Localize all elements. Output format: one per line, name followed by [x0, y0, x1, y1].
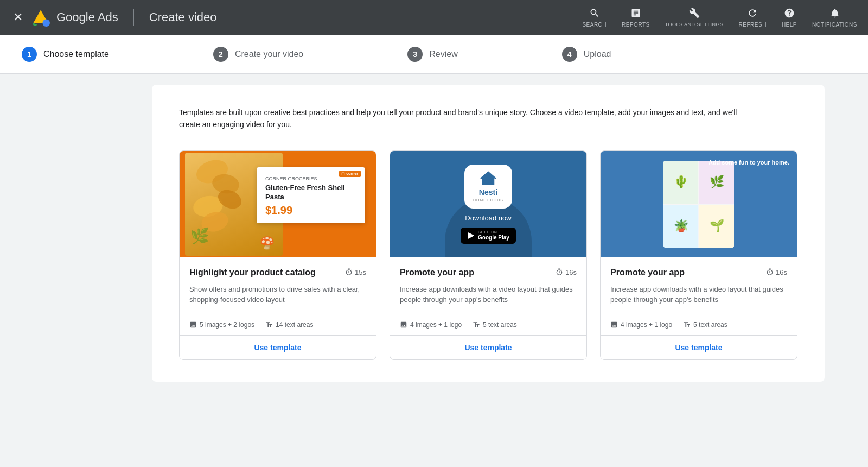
template-1-duration: 15s [345, 268, 366, 276]
images-meta-2: 4 images + 1 logo [400, 321, 462, 329]
step-connector-2 [312, 54, 399, 54]
nesti-app-name: Nesti [479, 188, 497, 196]
step-1-circle: 1 [22, 47, 37, 62]
text-icon [265, 321, 273, 329]
step-2-label: Create your video [235, 49, 303, 59]
search-icon [589, 8, 600, 20]
template-2-info: Promote your app 16s Increase app downlo… [390, 257, 586, 335]
template-thumbnail-app2: Add some fun to your home. 🌵 🌿 🪴 🌱 [601, 151, 797, 257]
template-card-catalog[interactable]: 🌿 🍄 □corner CORNER GROCERIES Gluten-Free [179, 150, 376, 360]
plant-cell-2: 🌿 [699, 161, 734, 204]
notifications-icon [829, 8, 840, 20]
play-icon [467, 232, 475, 239]
svg-point-1 [42, 19, 50, 27]
header-divider [133, 9, 134, 26]
template-thumbnail-app1: Nesti HOMEGOODS Download now GET IT ON G… [390, 151, 586, 257]
step-3-circle: 3 [407, 47, 423, 62]
house-icon [480, 171, 497, 186]
template-thumbnail-catalog: 🌿 🍄 □corner CORNER GROCERIES Gluten-Free [180, 151, 376, 257]
use-template-button-3[interactable]: Use template [601, 335, 797, 359]
use-template-button-1[interactable]: Use template [180, 335, 376, 359]
step-4-label: Upload [584, 49, 611, 59]
step-connector-3 [467, 54, 553, 54]
images-meta: 5 images + 2 logos [189, 321, 254, 329]
nesti-sub: HOMEGOODS [473, 198, 503, 202]
text-areas-meta-3: 5 text areas [683, 321, 727, 329]
search-nav-label: SEARCH [582, 22, 607, 28]
nav-help[interactable]: HELP [782, 8, 797, 28]
template-2-header: Promote your app 16s [400, 267, 577, 279]
add-fun-text: Add some fun to your home. [709, 159, 789, 167]
template-1-info: Highlight your product catalog 15s Show … [180, 257, 376, 335]
google-play-button: GET IT ON Google Play [461, 228, 516, 244]
template-1-meta: 5 images + 2 logos 14 text areas [189, 314, 366, 335]
help-nav-label: HELP [782, 22, 797, 28]
plant-cell-1: 🌵 [663, 161, 698, 204]
timer-icon-3 [766, 268, 774, 276]
reports-nav-label: REPORTS [622, 22, 650, 28]
tools-icon [689, 8, 700, 20]
timer-icon [345, 268, 353, 276]
nav-search[interactable]: SEARCH [582, 8, 607, 28]
notifications-nav-label: NOTIFICATIONS [812, 22, 857, 28]
nesti-logo-wrap: Nesti HOMEGOODS [464, 165, 512, 209]
template-3-header: Promote your app 16s [610, 267, 787, 279]
text-icon-2 [473, 321, 480, 329]
template-1-name: Highlight your product catalog [189, 267, 341, 279]
template-1-header: Highlight your product catalog 15s [189, 267, 366, 279]
step-4[interactable]: 4 Upload [562, 47, 611, 62]
app-header: ✕ Google Ads Create video SEARCH [0, 0, 868, 35]
svg-rect-4 [486, 181, 491, 185]
plant-cell-4: 🌱 [699, 205, 734, 248]
reports-icon [630, 8, 641, 20]
template-card-app1[interactable]: Nesti HOMEGOODS Download now GET IT ON G… [390, 150, 587, 360]
refresh-icon [747, 8, 758, 20]
product-price: $1.99 [265, 204, 356, 217]
refresh-nav-label: REFRESH [739, 22, 767, 28]
step-2-circle: 2 [213, 47, 228, 62]
template-3-desc: Increase app downloads with a video layo… [610, 284, 787, 305]
app-name-label: Google Ads [56, 10, 118, 24]
text-areas-meta: 14 text areas [265, 321, 313, 329]
template-2-duration: 16s [556, 268, 577, 276]
images-meta-3: 4 images + 1 logo [610, 321, 672, 329]
main-content: Templates are built upon creative best p… [0, 74, 868, 467]
template-3-meta: 4 images + 1 logo 5 text areas [610, 314, 787, 335]
close-button[interactable]: ✕ [11, 9, 25, 26]
template-card-app2[interactable]: Add some fun to your home. 🌵 🌿 🪴 🌱 Promo… [600, 150, 797, 360]
template-2-meta: 4 images + 1 logo 5 text areas [400, 314, 577, 335]
intro-text: Templates are built upon creative best p… [179, 106, 749, 131]
stepper-bar: 1 Choose template 2 Create your video 3 … [0, 35, 868, 74]
template-3-duration: 16s [766, 268, 787, 276]
download-text: Download now [465, 214, 511, 222]
timer-icon-2 [556, 268, 563, 276]
image-icon-2 [400, 321, 407, 329]
nav-tools[interactable]: TOOLS AND SETTINGS [665, 8, 724, 27]
google-ads-logo-icon [31, 8, 50, 27]
step-3-label: Review [429, 49, 457, 59]
nav-reports[interactable]: REPORTS [622, 8, 650, 28]
templates-grid: 🌿 🍄 □corner CORNER GROCERIES Gluten-Free [179, 150, 797, 360]
header-nav: SEARCH REPORTS TOOLS AND SETTINGS REFRES… [582, 8, 857, 28]
text-areas-meta-2: 5 text areas [473, 321, 517, 329]
step-1[interactable]: 1 Choose template [22, 47, 109, 62]
product-name: Gluten-Free Fresh Shell Pasta [265, 184, 356, 202]
text-icon-3 [683, 321, 691, 329]
template-3-name: Promote your app [610, 267, 762, 279]
template-2-name: Promote your app [400, 267, 551, 279]
use-template-button-2[interactable]: Use template [390, 335, 586, 359]
help-icon [784, 8, 795, 20]
google-logo [31, 8, 50, 27]
product-mock-card: □corner CORNER GROCERIES Gluten-Free Fre… [257, 167, 365, 223]
template-2-desc: Increase app downloads with a video layo… [400, 284, 577, 305]
page-title: Create video [149, 10, 217, 24]
content-card: Templates are built upon creative best p… [152, 85, 825, 382]
nav-notifications[interactable]: NOTIFICATIONS [812, 8, 857, 28]
step-3[interactable]: 3 Review [407, 47, 457, 62]
nav-refresh[interactable]: REFRESH [739, 8, 767, 28]
step-2[interactable]: 2 Create your video [213, 47, 303, 62]
template-3-info: Promote your app 16s Increase app downlo… [601, 257, 797, 335]
tools-nav-label: TOOLS AND SETTINGS [665, 22, 724, 27]
step-connector-1 [118, 54, 205, 54]
image-icon [189, 321, 197, 329]
